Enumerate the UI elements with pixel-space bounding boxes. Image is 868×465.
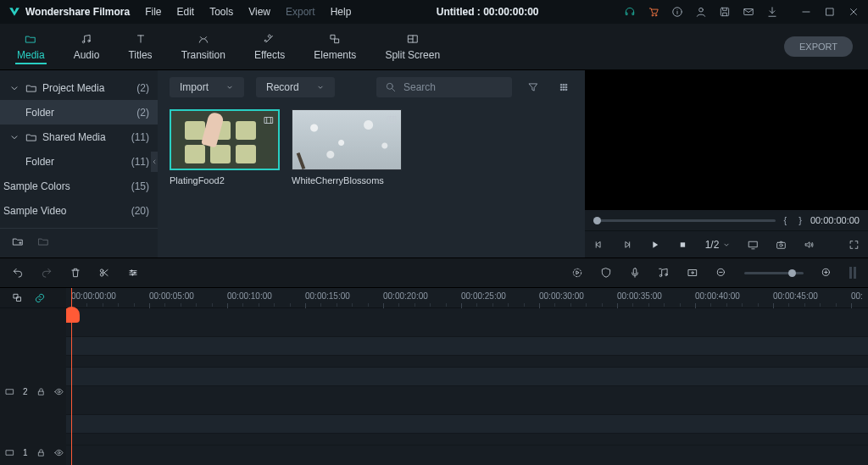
mark-in-button[interactable]: { xyxy=(784,215,787,225)
tab-split-screen[interactable]: Split Screen xyxy=(383,30,442,64)
clip-item[interactable]: WhiteCherryBlossoms xyxy=(292,109,402,185)
undo-icon[interactable] xyxy=(12,267,24,279)
timeline-ruler[interactable]: 00:00:00:0000:00:05:0000:00:10:0000:00:1… xyxy=(66,288,868,308)
cart-icon[interactable] xyxy=(648,6,659,18)
mixer-icon[interactable] xyxy=(658,267,670,279)
menu-file[interactable]: File xyxy=(145,6,161,18)
new-folder-icon[interactable] xyxy=(12,235,24,247)
lock-icon[interactable] xyxy=(36,448,46,457)
track-header-2[interactable]: 2 xyxy=(0,382,66,401)
play-icon[interactable] xyxy=(649,239,660,251)
scrub-slider[interactable] xyxy=(593,219,776,222)
menu-help[interactable]: Help xyxy=(331,6,352,18)
collapse-sidebar-button[interactable] xyxy=(151,152,158,172)
tab-titles-label: Titles xyxy=(128,49,152,61)
track-number: 1 xyxy=(23,448,28,457)
svg-rect-25 xyxy=(749,241,758,246)
import-dropdown[interactable]: Import xyxy=(170,77,244,97)
tab-media[interactable]: Media xyxy=(15,30,47,64)
sidebar-count: (15) xyxy=(131,180,149,192)
tab-elements[interactable]: Elements xyxy=(312,30,358,64)
tab-titles[interactable]: Titles xyxy=(126,30,153,64)
svg-rect-26 xyxy=(777,242,786,248)
info-icon[interactable] xyxy=(671,6,683,18)
clip-item[interactable]: PlatingFood2 xyxy=(170,109,280,185)
render-icon[interactable] xyxy=(571,267,583,279)
sidebar-item-sample-colors[interactable]: Sample Colors (15) xyxy=(0,174,158,198)
adjust-icon[interactable] xyxy=(127,267,139,279)
timeline-tracks-area[interactable]: 00:00:00:0000:00:05:0000:00:10:0000:00:1… xyxy=(66,288,868,465)
maximize-icon[interactable] xyxy=(824,6,836,18)
link-icon[interactable] xyxy=(34,292,46,304)
app-logo-icon xyxy=(8,6,20,18)
record-dropdown[interactable]: Record xyxy=(256,77,335,97)
svg-point-18 xyxy=(565,86,567,88)
zoom-slider[interactable] xyxy=(744,272,804,274)
save-icon[interactable] xyxy=(719,6,731,18)
eye-icon[interactable] xyxy=(54,387,64,396)
zoom-in-icon[interactable] xyxy=(821,267,832,279)
sidebar-item-project-folder[interactable]: Folder (2) xyxy=(0,100,158,125)
tab-transition[interactable]: Transition xyxy=(180,30,227,64)
filter-button[interactable] xyxy=(524,78,542,97)
delete-icon[interactable] xyxy=(70,267,81,279)
marker-icon[interactable] xyxy=(687,267,698,279)
eye-icon[interactable] xyxy=(54,448,64,457)
video-track-2[interactable] xyxy=(66,368,868,386)
video-track-3[interactable] xyxy=(66,337,868,356)
preview-screen[interactable] xyxy=(585,70,868,210)
menu-tools[interactable]: Tools xyxy=(209,6,233,18)
voiceover-icon[interactable] xyxy=(629,267,641,279)
tab-effects[interactable]: Effects xyxy=(253,30,287,64)
minimize-icon[interactable] xyxy=(800,6,812,18)
elements-icon xyxy=(329,33,341,45)
tab-audio[interactable]: Audio xyxy=(72,30,102,64)
svg-point-33 xyxy=(573,268,581,276)
svg-point-27 xyxy=(780,243,782,246)
tab-media-label: Media xyxy=(17,49,45,61)
shield-icon[interactable] xyxy=(600,267,612,279)
snapshot-icon[interactable] xyxy=(776,239,787,251)
sidebar-label: Sample Colors xyxy=(3,180,70,192)
export-button[interactable]: EXPORT xyxy=(784,36,853,57)
clip-thumbnail xyxy=(170,109,280,170)
step-fwd-icon[interactable] xyxy=(621,239,632,251)
track-number: 2 xyxy=(23,387,28,396)
volume-icon[interactable] xyxy=(804,239,815,251)
folder-outline-icon[interactable] xyxy=(37,235,49,247)
sidebar-item-sample-video[interactable]: Sample Video (20) xyxy=(0,198,158,223)
account-icon[interactable] xyxy=(695,6,707,18)
download-icon[interactable] xyxy=(766,6,778,18)
preview-scale-dropdown[interactable]: 1/2 xyxy=(705,239,732,251)
lock-icon[interactable] xyxy=(36,387,46,396)
display-icon[interactable] xyxy=(748,239,759,251)
menu-edit[interactable]: Edit xyxy=(176,6,194,18)
video-track-1[interactable] xyxy=(66,415,868,434)
svg-rect-47 xyxy=(38,452,43,456)
mail-icon[interactable] xyxy=(743,6,754,18)
menu-view[interactable]: View xyxy=(248,6,270,18)
sidebar-item-shared-folder[interactable]: Folder (11) xyxy=(0,149,158,174)
split-icon[interactable] xyxy=(98,267,110,279)
search-input[interactable]: Search xyxy=(376,77,512,97)
track-header-1[interactable]: 1 xyxy=(0,443,66,462)
sidebar-item-project-media[interactable]: Project Media (2) xyxy=(0,75,158,100)
headphones-icon[interactable] xyxy=(624,6,636,18)
fullscreen-icon[interactable] xyxy=(849,239,860,251)
stop-icon[interactable] xyxy=(677,239,688,251)
svg-rect-9 xyxy=(331,35,336,39)
sidebar-item-shared-media[interactable]: Shared Media (11) xyxy=(0,125,158,149)
tab-audio-label: Audio xyxy=(74,49,100,61)
chevron-left-icon xyxy=(151,158,158,165)
svg-point-16 xyxy=(560,86,562,88)
sidebar-label: Shared Media xyxy=(42,131,106,143)
svg-rect-41 xyxy=(14,294,18,298)
playhead[interactable] xyxy=(71,288,72,465)
close-icon[interactable] xyxy=(848,6,860,18)
redo-icon[interactable] xyxy=(41,267,53,279)
grid-view-button[interactable] xyxy=(554,78,573,97)
track-manage-icon[interactable] xyxy=(12,292,24,304)
mark-out-button[interactable]: } xyxy=(798,215,802,225)
zoom-out-icon[interactable] xyxy=(715,267,727,279)
step-back-icon[interactable] xyxy=(593,239,604,251)
